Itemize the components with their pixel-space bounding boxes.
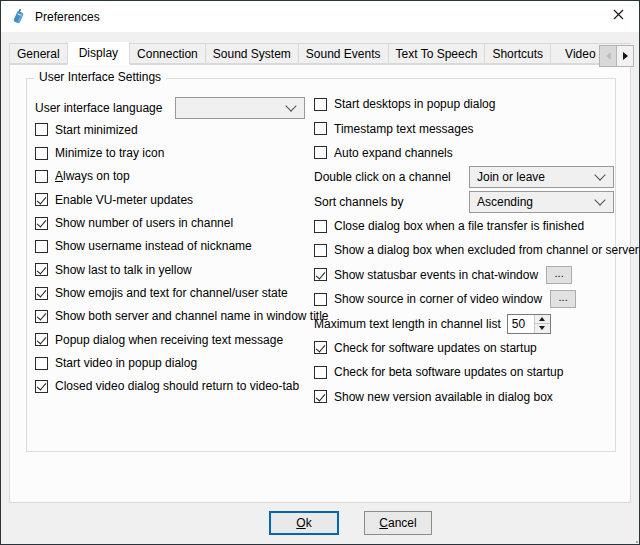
left-column: Start minimized Minimize to tray icon Al… (35, 118, 313, 398)
tab-sound-system[interactable]: Sound System (205, 43, 299, 64)
language-row: User interface language (35, 97, 313, 119)
checkbox-always-on-top[interactable] (35, 170, 48, 183)
row-show-username[interactable]: Show username instead of nickname (35, 235, 313, 258)
row-emojis[interactable]: Show emojis and text for channel/user st… (35, 281, 313, 304)
checkbox-emojis[interactable] (35, 287, 48, 300)
row-start-desktops[interactable]: Start desktops in popup dialog (314, 92, 614, 116)
checkbox-statusbar-events[interactable] (314, 268, 327, 281)
checkbox-show-username[interactable] (35, 240, 48, 253)
row-check-beta-updates[interactable]: Check for beta software updates on start… (314, 360, 614, 384)
checkbox-timestamp[interactable] (314, 122, 327, 135)
checkbox-check-updates[interactable] (314, 341, 327, 354)
row-statusbar-events[interactable]: Show statusbar events in chat-window ... (314, 263, 614, 287)
tab-scroll-right-button[interactable] (616, 45, 634, 67)
checkbox-video-source-corner[interactable] (314, 293, 327, 306)
row-max-text-length: Maximum text length in channel list 50 (314, 311, 614, 335)
checkbox-show-user-count[interactable] (35, 217, 48, 230)
cancel-button[interactable]: Cancel (364, 511, 432, 535)
row-sort-channels: Sort channels by Ascending (314, 190, 614, 214)
checkbox-video-popup[interactable] (35, 357, 48, 370)
tab-general[interactable]: General (9, 43, 68, 64)
close-button[interactable] (597, 1, 639, 31)
checkbox-close-file-transfer[interactable] (314, 220, 327, 233)
checkbox-server-channel-title[interactable] (35, 310, 48, 323)
checkbox-minimize-to-tray[interactable] (35, 147, 48, 160)
row-vu-meter[interactable]: Enable VU-meter updates (35, 188, 313, 211)
close-icon (613, 9, 624, 23)
row-server-channel-title[interactable]: Show both server and channel name in win… (35, 305, 313, 328)
row-last-to-talk[interactable]: Show last to talk in yellow (35, 258, 313, 281)
row-show-user-count[interactable]: Show number of users in channel (35, 211, 313, 234)
checkbox-auto-expand[interactable] (314, 146, 327, 159)
checkbox-closed-video-return[interactable] (35, 380, 48, 393)
preferences-dialog: Preferences General Display Connection S… (0, 0, 640, 545)
row-check-updates[interactable]: Check for software updates on startup (314, 336, 614, 360)
row-close-file-transfer[interactable]: Close dialog box when a file transfer is… (314, 214, 614, 238)
row-popup-text-message[interactable]: Popup dialog when receiving text message (35, 328, 313, 351)
tab-shortcuts[interactable]: Shortcuts (484, 43, 551, 64)
arrow-right-icon (623, 52, 628, 60)
language-label: User interface language (35, 101, 175, 115)
spin-down-icon (539, 326, 545, 330)
display-tab-page: User Interface Settings User interface l… (9, 64, 631, 503)
spinner-value[interactable]: 50 (508, 315, 534, 333)
checkbox-new-version-dialog[interactable] (314, 390, 327, 403)
chevron-down-icon (594, 170, 605, 181)
titlebar[interactable]: Preferences (1, 1, 639, 32)
checkbox-start-desktops[interactable] (314, 98, 327, 111)
row-start-minimized[interactable]: Start minimized (35, 118, 313, 141)
tab-display[interactable]: Display (67, 42, 130, 65)
spin-down-button[interactable] (535, 324, 550, 333)
statusbar-events-options-button[interactable]: ... (546, 266, 572, 284)
row-video-source-corner[interactable]: Show source in corner of video window ..… (314, 287, 614, 311)
video-source-options-button[interactable]: ... (550, 290, 576, 308)
spin-up-icon (539, 317, 545, 321)
app-icon (10, 8, 27, 25)
chevron-down-icon (285, 100, 296, 111)
tab-bar: General Display Connection Sound System … (9, 42, 631, 65)
row-auto-expand[interactable]: Auto expand channels (314, 141, 614, 165)
sort-channels-select[interactable]: Ascending (469, 191, 614, 213)
row-excluded-dialog[interactable]: Show a dialog box when excluded from cha… (314, 238, 614, 262)
ok-button[interactable]: Ok (269, 511, 339, 535)
arrow-left-icon (606, 52, 611, 60)
checkbox-popup-text-message[interactable] (35, 333, 48, 346)
checkbox-last-to-talk[interactable] (35, 263, 48, 276)
tab-connection[interactable]: Connection (129, 43, 206, 64)
group-user-interface-settings: User Interface Settings User interface l… (26, 78, 616, 452)
language-select[interactable] (175, 97, 305, 119)
spin-up-button[interactable] (535, 315, 550, 325)
tab-scroll-left-button[interactable] (599, 45, 617, 67)
row-video-popup[interactable]: Start video in popup dialog (35, 351, 313, 374)
row-new-version-dialog[interactable]: Show new version available in dialog box (314, 385, 614, 409)
tab-text-to-speech[interactable]: Text To Speech (388, 43, 486, 64)
window-title: Preferences (35, 10, 100, 24)
checkbox-check-beta-updates[interactable] (314, 366, 327, 379)
chevron-down-icon (594, 194, 605, 205)
checkbox-excluded-dialog[interactable] (314, 244, 327, 257)
tab-scroll-buttons (599, 45, 633, 67)
group-title: User Interface Settings (34, 70, 166, 84)
row-double-click: Double click on a channel Join or leave (314, 165, 614, 189)
max-text-length-spinner[interactable]: 50 (507, 314, 551, 334)
checkbox-vu-meter[interactable] (35, 193, 48, 206)
row-always-on-top[interactable]: Always on top (35, 165, 313, 188)
row-timestamp[interactable]: Timestamp text messages (314, 116, 614, 140)
double-click-select[interactable]: Join or leave (469, 166, 614, 188)
row-minimize-to-tray[interactable]: Minimize to tray icon (35, 141, 313, 164)
tab-sound-events[interactable]: Sound Events (298, 43, 389, 64)
resize-grip-icon[interactable] (632, 537, 634, 539)
row-closed-video-return[interactable]: Closed video dialog should return to vid… (35, 375, 313, 398)
right-column: Start desktops in popup dialog Timestamp… (314, 92, 614, 409)
checkbox-start-minimized[interactable] (35, 123, 48, 136)
